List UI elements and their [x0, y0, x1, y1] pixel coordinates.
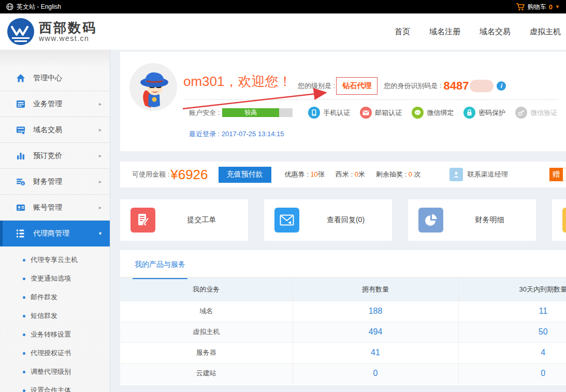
table-row-domain: 域名 188 11 — [120, 301, 566, 322]
row-expiring-count[interactable]: 11 — [458, 301, 566, 322]
row-owned-count[interactable]: 188 — [293, 301, 458, 322]
verify-password-protect[interactable]: 密码保护 — [463, 107, 505, 119]
bullet-icon — [23, 371, 25, 373]
verify-wechat-verify[interactable]: 微信验证 — [515, 107, 557, 119]
nav-item-home[interactable]: 首页 — [395, 27, 410, 37]
subnav-item-agent-cloud-host[interactable]: 代理专享云主机 — [0, 251, 110, 269]
sidebar-item-account-management[interactable]: 账号管理 ▸ — [0, 195, 110, 221]
gift-promo-text: 免 — [563, 168, 566, 181]
lock-icon — [463, 107, 475, 119]
bullet-icon — [23, 333, 25, 336]
account-security-row: 账户安全 : 较高 手机认证 邮箱认证 微信绑定 — [189, 107, 557, 119]
row-name: 云建站 — [120, 363, 293, 384]
brand-logo[interactable]: 西部数码 www.west.cn — [7, 18, 97, 45]
sidebar-item-label: 账号管理 — [33, 203, 62, 212]
recharge-button[interactable]: 充值预付款 — [219, 167, 271, 183]
row-expiring-count[interactable]: 50 — [458, 322, 566, 342]
verify-email[interactable]: 邮箱认证 — [360, 107, 402, 119]
globe-icon — [6, 3, 13, 10]
row-expiring-count[interactable]: 4 — [458, 342, 566, 363]
row-name: 虚拟主机 — [120, 322, 293, 342]
balance-bar: 可使用金额 : ¥6926 充值预付款 优惠券 : 10张 西米 : 0米 剩余… — [120, 162, 566, 187]
chevron-right-icon: ▸ — [99, 205, 101, 210]
partial-card-icon — [562, 208, 566, 233]
table-row-hosting: 虚拟主机 494 50 — [120, 322, 566, 342]
row-owned-count[interactable]: 0 — [293, 363, 458, 384]
ximi-stat[interactable]: 西米 : 0米 — [336, 170, 365, 179]
gift-promo[interactable]: 赠 免 — [549, 168, 566, 181]
verify-phone[interactable]: 手机认证 — [308, 107, 350, 119]
key-icon — [515, 107, 527, 119]
partial-action-card[interactable] — [552, 199, 566, 241]
verify-label: 手机认证 — [323, 108, 350, 118]
col-header-owned: 拥有数量 — [293, 278, 458, 301]
sidebar-item-label: 预订竞价 — [33, 151, 62, 161]
subnav-item-label: 业务转移设置 — [31, 330, 71, 339]
subnav-item-business-transfer-settings[interactable]: 业务转移设置 — [0, 325, 110, 344]
subnav-item-set-cooperation-entity[interactable]: 设置合作主体 — [0, 381, 110, 392]
verify-label: 邮箱认证 — [375, 108, 402, 118]
submit-ticket-card[interactable]: 提交工单 — [120, 199, 248, 241]
subnav-item-sms-mass-send[interactable]: 短信群发 — [0, 307, 110, 325]
tab-my-products[interactable]: 我的产品与服务 — [135, 250, 185, 278]
identity-code-label: 您的身份识别码是 : — [384, 81, 441, 91]
subnav-item-label: 调整代理级别 — [31, 367, 71, 376]
ximi-unit: 米 — [358, 170, 365, 178]
coupon-unit: 张 — [318, 170, 325, 178]
row-owned-count[interactable]: 41 — [293, 342, 458, 363]
svg-text:¥: ¥ — [22, 181, 24, 185]
nav-item-web-hosting[interactable]: 虚拟主机 — [530, 27, 561, 37]
lottery-label: 剩余抽奖 : — [376, 170, 409, 178]
avatar — [129, 63, 177, 111]
verification-list: 手机认证 邮箱认证 微信绑定 密码保护 — [308, 107, 557, 119]
ximi-label: 西米 : — [336, 170, 355, 178]
nav-item-domain-register[interactable]: 域名注册 — [429, 27, 460, 37]
sidebar-item-domain-trade[interactable]: www 域名交易 ▸ — [0, 117, 110, 143]
sidebar-item-management-center[interactable]: 管理中心 — [0, 65, 110, 91]
finance-detail-card[interactable]: 财务明细 — [408, 199, 536, 241]
sidebar-item-finance-management[interactable]: ¥ 财务管理 ▸ — [0, 169, 110, 195]
row-owned-count[interactable]: 494 — [293, 322, 458, 342]
business-icon — [16, 99, 26, 109]
info-icon[interactable]: i — [497, 81, 506, 91]
bid-chart-icon — [16, 151, 26, 161]
agent-icon — [16, 228, 26, 239]
sidebar-item-label: 代理商管理 — [33, 229, 69, 238]
sidebar-item-label: 财务管理 — [33, 177, 62, 186]
cart-button[interactable]: 购物车 0 ▼ — [516, 3, 560, 11]
language-switch[interactable]: 英文站 - English — [6, 3, 61, 11]
row-expiring-count[interactable]: 0 — [458, 363, 566, 384]
sidebar-spacer — [0, 50, 110, 65]
mail-icon — [360, 107, 372, 119]
subnav-item-adjust-agent-level[interactable]: 调整代理级别 — [0, 362, 110, 381]
welcome-greeting: om301，欢迎您！ — [183, 72, 292, 91]
coupon-value: 10 — [310, 170, 317, 178]
nav-item-domain-trade[interactable]: 域名交易 — [480, 27, 511, 37]
contact-channel-manager-label: 联系渠道经理 — [468, 170, 508, 179]
subnav-item-label: 变更通知选项 — [31, 274, 71, 283]
view-replies-card[interactable]: 查看回复(0) — [264, 199, 392, 241]
lottery-stat[interactable]: 剩余抽奖 : 0 次 — [376, 170, 421, 179]
bullet-icon — [23, 259, 25, 262]
coupon-stat[interactable]: 优惠券 : 10张 — [285, 170, 325, 179]
sidebar-item-agent-management[interactable]: 代理商管理 ▾ — [0, 221, 110, 246]
table-header-row: 我的业务 拥有数量 30天内到期数量 — [120, 278, 566, 301]
verify-wechat-bind[interactable]: 微信绑定 — [412, 107, 454, 119]
pie-chart-icon — [418, 208, 443, 233]
subnav-item-change-notice-options[interactable]: 变更通知选项 — [0, 269, 110, 288]
contact-channel-manager[interactable]: 联系渠道经理 — [449, 168, 508, 181]
sidebar-item-business-management[interactable]: 业务管理 ▸ — [0, 91, 110, 117]
account-security-label: 账户安全 : — [189, 108, 220, 118]
ticket-icon — [130, 208, 155, 233]
subnav-item-email-mass-send[interactable]: 邮件群发 — [0, 288, 110, 307]
top-utility-bar: 英文站 - English 购物车 0 ▼ — [0, 0, 566, 13]
gift-badge: 赠 — [549, 168, 563, 181]
subnav-item-label: 代理授权证书 — [31, 349, 71, 358]
subnav-item-agent-certificate[interactable]: 代理授权证书 — [0, 344, 110, 362]
level-value-badge: 钻石代理 — [336, 77, 378, 95]
coupon-label: 优惠券 : — [285, 170, 311, 178]
products-tab-row: 我的产品与服务 — [120, 250, 566, 278]
subnav-item-label: 短信群发 — [31, 311, 57, 321]
sidebar-item-booking-bidding[interactable]: 预订竞价 ▸ — [0, 143, 110, 169]
bullet-icon — [23, 352, 25, 355]
